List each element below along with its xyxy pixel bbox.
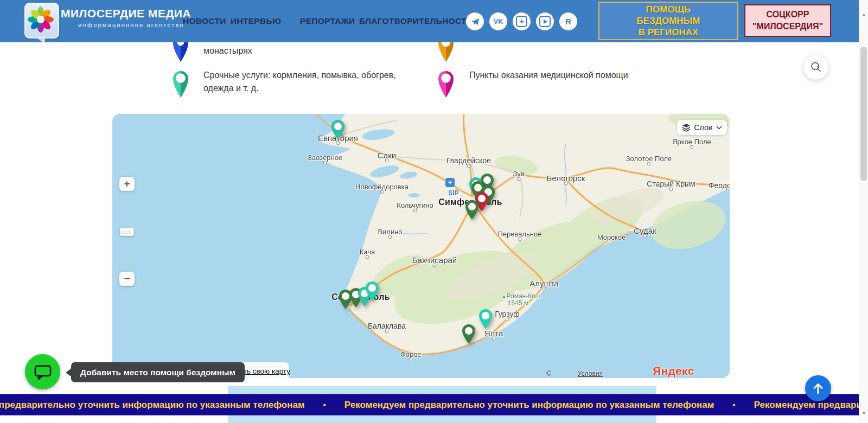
layers-button[interactable]: Слои (677, 120, 727, 135)
sockorr-button[interactable]: СОЦКОРР "МИЛОСЕРДИЯ" (744, 4, 831, 37)
map-pin[interactable] (464, 200, 480, 222)
map-place-dot (492, 337, 496, 341)
logo-flower-icon (25, 4, 56, 35)
legend-pin-teal (172, 69, 189, 101)
map-place-dot (380, 190, 384, 194)
arrow-up-icon (811, 381, 825, 395)
rutube-icon[interactable]: R (559, 12, 577, 30)
airport-code-label: SIP (448, 189, 458, 197)
map-place-dot (643, 234, 647, 238)
map-pin[interactable] (330, 119, 346, 142)
map-place-dot (323, 161, 327, 165)
ticker-bar: Рекомендуем предварительно уточнить инфо… (0, 394, 859, 415)
logo[interactable] (24, 3, 59, 39)
help-homeless-regions-button[interactable]: ПОМОЩЬ БЕЗДОМНЫМ В РЕГИОНАХ (598, 2, 738, 40)
map-place-label: Яркое Поле (672, 138, 711, 146)
zoom-out-button[interactable]: − (119, 272, 135, 286)
legend-item-urgent: Срочные услуги: кормления, помывка, обог… (203, 69, 412, 95)
map-place-dot (385, 159, 389, 163)
nav-interviews[interactable]: ИНТЕРВЬЮ (231, 16, 281, 26)
layers-icon (682, 123, 691, 132)
map-place-label: Морское (597, 233, 626, 241)
map-place-dot (385, 330, 389, 334)
map-place-dot (647, 162, 651, 166)
search-button[interactable] (803, 55, 828, 80)
map-attribution: © Яндекс Условия использования Яндекс Ка… (546, 364, 730, 378)
map-place-label: ▲ (501, 293, 507, 299)
map-pin[interactable] (365, 281, 380, 304)
layers-label: Слои (694, 123, 712, 132)
map-place-label: Новофёдоровка (355, 183, 409, 191)
legend-pin-magenta (437, 69, 455, 101)
yandex-maps-logo[interactable]: Яндекс Карты (653, 364, 730, 378)
map-place-dot (413, 209, 417, 213)
map-pin[interactable] (461, 324, 476, 347)
video-icon[interactable] (536, 12, 554, 30)
scrollbar[interactable]: ▲ ▼ (859, 0, 868, 423)
map-place-dot (433, 264, 437, 267)
chevron-down-icon (716, 126, 722, 130)
map-place-dot (467, 164, 471, 168)
vk-icon[interactable]: VK (489, 12, 507, 30)
map-place-dot (610, 241, 614, 245)
map-place-dot (409, 358, 413, 362)
ticker-content: Рекомендуем предварительно уточнить инфо… (0, 400, 859, 411)
map-place-dot (564, 182, 568, 185)
map-place-dot (517, 177, 521, 181)
map-place-label: Феодосия (709, 181, 730, 190)
site-title[interactable]: МИЛОСЕРДИЕ МЕДИА (61, 7, 202, 20)
map-overlays: ✈ SIP ЕвпаторияЗаозёрноеСакиНовофёдоровк… (112, 114, 730, 378)
zoom-slider-handle[interactable]: :::: (120, 228, 134, 236)
add-place-tooltip: Добавить место помощи бездомным (71, 362, 245, 382)
map-place-dot (366, 255, 369, 259)
map-place-dot (388, 235, 392, 239)
map-place-label: Кача (360, 248, 375, 256)
map-place-dot (669, 188, 673, 191)
nav-news[interactable]: НОВОСТИ (183, 16, 226, 26)
map-place-label: Вилино (378, 228, 402, 236)
header: МИЛОСЕРДИЕ МЕДИА информационное агентств… (0, 0, 859, 42)
zen-icon[interactable]: + (513, 12, 531, 30)
map-place-label: Золотое Поле (626, 155, 672, 163)
map-pin[interactable] (478, 309, 493, 331)
map-place-label: Роман-Кош (507, 292, 541, 300)
yandex-map[interactable]: ✈ SIP ЕвпаторияЗаозёрноеСакиНовофёдоровк… (112, 114, 730, 378)
speech-bubble-icon (34, 364, 52, 380)
nav-charity[interactable]: БЛАГОТВОРИТЕЛЬНОСТЬ (359, 16, 473, 26)
nav-reports[interactable]: РЕПОРТАЖИ (300, 16, 355, 26)
search-icon (810, 61, 822, 73)
copyright-text: © Яндекс (546, 370, 573, 378)
telegram-icon[interactable] (466, 12, 484, 30)
terms-link[interactable]: Условия использования (578, 370, 646, 378)
scrollbar-up-arrow[interactable]: ▲ (859, 12, 868, 17)
map-place-label: 1545 м (508, 299, 528, 307)
scroll-top-button[interactable] (805, 375, 831, 401)
scrollbar-down-arrow[interactable]: ▼ (859, 411, 868, 416)
scrollbar-thumb[interactable] (860, 47, 867, 181)
map-place-label: Форос (400, 350, 421, 358)
map-place-label: Перевальное (497, 230, 541, 238)
site-subtitle: информационное агентство (61, 22, 202, 28)
page: Приюты при православных учреждениях, хра… (0, 0, 868, 423)
map-place-label: Кольчугино (397, 201, 433, 209)
zoom-in-button[interactable]: + (119, 177, 135, 191)
map-place-dot (690, 145, 694, 149)
map-place-dot (542, 287, 546, 291)
legend-item-medical: Пункты оказания медицинской помощи (469, 69, 703, 82)
map-place-label: Заозёрное (308, 153, 342, 162)
map-place-dot (506, 318, 509, 322)
map-place-dot (518, 238, 522, 241)
airport-icon: ✈ (445, 178, 455, 187)
add-place-chat-button[interactable] (25, 354, 60, 389)
map-place-label: Зуя (513, 170, 524, 178)
